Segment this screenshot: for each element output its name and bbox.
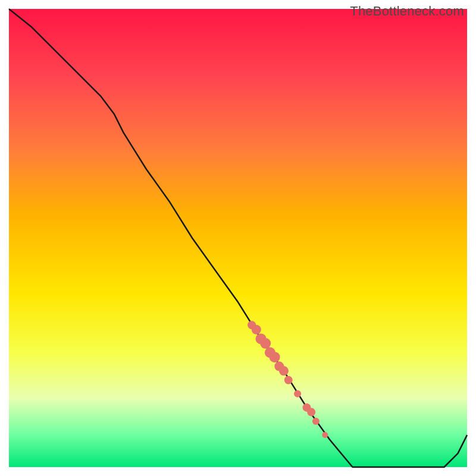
marker-dot <box>260 338 271 349</box>
marker-dot <box>252 325 261 334</box>
marker-dot <box>307 408 315 416</box>
marker-series <box>248 321 328 438</box>
marker-dot <box>312 418 320 425</box>
curve-path <box>9 9 467 467</box>
marker-dot <box>284 376 293 384</box>
marker-dot <box>322 432 328 438</box>
chart-overlay <box>0 0 476 476</box>
marker-dot <box>279 366 289 375</box>
marker-dot <box>294 390 301 397</box>
chart-frame: TheBottleneck.com <box>0 0 476 476</box>
line-series <box>9 9 467 467</box>
watermark-text: TheBottleneck.com <box>350 4 464 19</box>
marker-dot <box>270 352 280 362</box>
